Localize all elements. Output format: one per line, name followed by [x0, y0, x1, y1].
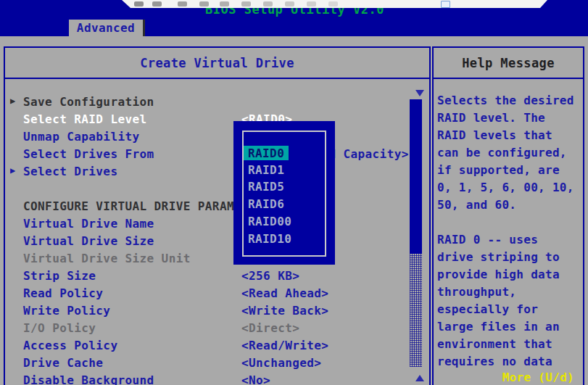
tab-advanced-label: Advanced: [77, 21, 135, 35]
help-line: 0, 1, 5, 6, 00, 10,: [437, 181, 574, 198]
setting-row[interactable]: Read Policy<Read Ahead>: [5, 286, 411, 302]
setting-value: <256 KB>: [241, 269, 299, 283]
toolbar-icon[interactable]: [328, 1, 338, 7]
setting-label: Disable Background: [23, 373, 154, 385]
help-line: RAID levels that: [437, 128, 552, 146]
toolbar-icon[interactable]: [241, 1, 251, 7]
toolbar-icon[interactable]: [220, 1, 229, 7]
toolbar-icon[interactable]: [152, 1, 162, 7]
help-more-label: More (U/d): [502, 370, 574, 384]
setting-row[interactable]: I/O Policy<Direct>: [5, 321, 411, 337]
tab-advanced[interactable]: Advanced: [69, 20, 145, 36]
setting-row[interactable]: Unmap Capability: [5, 130, 411, 146]
setting-label: Write Policy: [23, 304, 110, 318]
setting-row[interactable]: Virtual Drive Size Unit: [5, 252, 411, 268]
setting-label: Virtual Drive Size: [23, 234, 154, 248]
setting-row[interactable]: Virtual Drive Name: [5, 217, 411, 233]
toolbar-icon[interactable]: [263, 1, 273, 7]
raid-option-raid6[interactable]: RAID6: [248, 197, 284, 212]
scrollbar-bottom-arrow-icon[interactable]: [415, 375, 424, 381]
raid-option-raid1[interactable]: RAID1: [248, 163, 284, 178]
raid-option-raid10[interactable]: RAID10: [248, 232, 291, 247]
help-panel-title-label: Help Message: [462, 56, 555, 70]
scrollbar-track[interactable]: [410, 254, 422, 367]
help-line: large files in an: [437, 320, 560, 337]
scrollbar-thumb[interactable]: [410, 99, 422, 254]
setting-row[interactable]: Select Drives From<Unconfigured Capacity…: [5, 147, 411, 163]
scrollbar-top-arrow-icon[interactable]: [415, 90, 424, 96]
setting-label: Access Policy: [23, 339, 117, 352]
setting-value: <Unchanged>: [241, 356, 321, 370]
setting-value: <Write Back>: [241, 304, 328, 318]
bios-screen: { "window": { "title": "BIOS Setup Utili…: [0, 0, 588, 385]
setting-row[interactable]: Virtual Drive Size: [5, 234, 411, 250]
help-line: RAID 0 -- uses: [437, 233, 538, 250]
setting-value: <No>: [241, 373, 270, 385]
help-line: 50, and 60.: [437, 198, 516, 215]
setting-label: Select RAID Level: [23, 112, 147, 126]
toolbar-icon[interactable]: [285, 1, 294, 7]
setting-row[interactable]: ▶Select Drives: [5, 165, 411, 181]
help-line: throughput,: [437, 285, 516, 302]
help-panel: Help Message Selects the desiredRAID lev…: [432, 46, 584, 385]
setting-label: Strip Size: [23, 269, 96, 283]
help-line: Selects the desired: [437, 94, 574, 111]
raid-level-dropdown: RAID0RAID1RAID5RAID6RAID00RAID10: [233, 121, 335, 265]
submenu-arrow-icon: ▶: [10, 165, 16, 175]
setting-label: I/O Policy: [23, 321, 96, 335]
raid-option-raid5[interactable]: RAID5: [248, 180, 284, 194]
setting-row[interactable]: Select RAID Level<RAID0>: [5, 112, 411, 128]
help-line: can be configured,: [437, 146, 567, 163]
setting-label: Select Drives From: [23, 147, 154, 161]
setting-label: Unmap Capability: [23, 130, 140, 144]
setting-row[interactable]: Drive Cache<Unchanged>: [5, 356, 411, 372]
setting-row[interactable]: ▶Save Configuration: [5, 95, 411, 111]
setting-label: Select Drives: [23, 165, 117, 178]
help-line: especially for: [437, 302, 538, 320]
help-line: requires no data: [437, 355, 552, 372]
create-virtual-drive-panel: Create Virtual Drive ▶Save Configuration…: [4, 46, 431, 385]
help-line: RAID level. The: [437, 111, 545, 128]
toolbar-icon[interactable]: [178, 1, 187, 7]
setting-label: Virtual Drive Name: [23, 217, 154, 231]
setting-label: Drive Cache: [23, 356, 103, 370]
help-line: provide high data: [437, 268, 560, 285]
toolbar-icon[interactable]: [307, 1, 316, 7]
setting-value: <Direct>: [241, 321, 299, 335]
help-line: if supported, are: [437, 163, 560, 181]
toolbar-window-icon[interactable]: [441, 1, 450, 8]
setting-row[interactable]: CONFIGURE VIRTUAL DRIVE PARAMETERS:: [5, 199, 411, 215]
setting-row[interactable]: Disable Background<No>: [5, 373, 411, 385]
setting-label: Save Configuration: [23, 95, 154, 109]
setting-row[interactable]: Strip Size<256 KB>: [5, 269, 411, 285]
setting-value: <Read/Write>: [241, 339, 328, 352]
left-panel-title-label: Create Virtual Drive: [140, 56, 294, 70]
toolbar-icon[interactable]: [199, 1, 209, 7]
setting-label: Virtual Drive Size Unit: [23, 252, 191, 265]
help-line: environment that: [437, 337, 552, 355]
setting-row[interactable]: Access Policy<Read/Write>: [5, 339, 411, 355]
toolbar-icon[interactable]: [134, 1, 144, 7]
help-line: drive striping to: [437, 250, 560, 268]
help-panel-title: Help Message: [434, 48, 583, 79]
setting-row[interactable]: [5, 182, 411, 198]
raid-option-raid0[interactable]: RAID0: [244, 146, 289, 160]
submenu-arrow-icon: ▶: [10, 96, 16, 106]
left-panel-title: Create Virtual Drive: [5, 48, 429, 79]
setting-label: Read Policy: [23, 286, 103, 300]
setting-value: <Read Ahead>: [241, 286, 328, 300]
raid-option-raid00[interactable]: RAID00: [248, 215, 291, 229]
setting-row[interactable]: Write Policy<Write Back>: [5, 304, 411, 320]
console-toolbar-overlay: [118, 0, 547, 8]
